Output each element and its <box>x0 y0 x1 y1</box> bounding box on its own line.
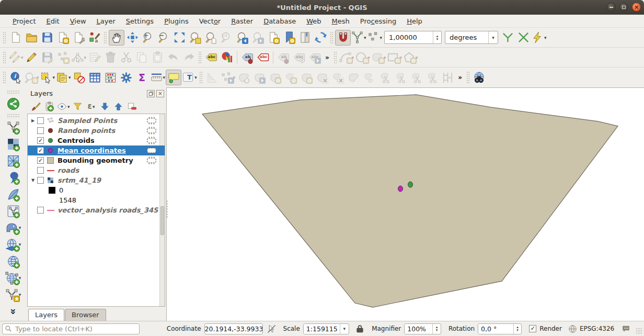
layer-bounding-geometry[interactable]: ✓Bounding geometry <box>28 155 165 165</box>
undo[interactable] <box>165 50 181 65</box>
self-snapping[interactable]: ▾ <box>367 30 383 46</box>
data-source-manager[interactable] <box>3 95 24 112</box>
toolbar-handle[interactable] <box>199 71 203 84</box>
layer-visibility-checkbox[interactable] <box>37 117 44 124</box>
move-label[interactable]: ab <box>275 50 291 65</box>
legend-srtm-min[interactable]: 0 <box>28 185 165 195</box>
menu-database[interactable]: Database <box>258 16 301 26</box>
add-part[interactable] <box>283 70 298 85</box>
crs-globe-icon[interactable] <box>568 324 577 333</box>
maximize-button[interactable] <box>619 3 628 12</box>
layer-centroids[interactable]: ✓Centroids <box>28 136 165 145</box>
cad-tools[interactable] <box>204 70 220 85</box>
map-tips[interactable] <box>166 70 181 85</box>
open-project[interactable] <box>24 30 39 46</box>
toolbar-more[interactable]: » <box>3 303 24 320</box>
layer-mean-coordinates[interactable]: ✓Mean coordinates <box>28 145 165 155</box>
layer-sampled-points[interactable]: ▶Sampled Points <box>28 116 165 126</box>
menu-settings[interactable]: Settings <box>121 16 159 26</box>
minimize-button[interactable] <box>607 3 616 12</box>
show-spatial-bookmarks[interactable] <box>297 30 313 46</box>
fill-ring[interactable] <box>298 70 314 85</box>
legend-srtm-max[interactable]: 1548 <box>28 195 165 205</box>
manage-map-themes[interactable]: ▾ <box>56 100 71 113</box>
tab-layers[interactable]: Layers <box>28 309 64 321</box>
add-point-feature[interactable] <box>55 50 71 65</box>
enable-tracing[interactable]: ▾ <box>531 30 547 46</box>
merge-features[interactable] <box>408 70 424 85</box>
merge-feature-attributes[interactable] <box>424 70 440 85</box>
add-virtual-layer[interactable] <box>3 203 24 219</box>
shape-digitizing-curve[interactable]: ▾ <box>339 50 355 65</box>
text-annotation-dropdown[interactable]: ▾ <box>194 75 197 80</box>
toolbar-handle[interactable] <box>3 31 6 44</box>
magnifier-input[interactable] <box>405 324 432 334</box>
layer-srtm-41-19[interactable]: ▼srtm_41_19 <box>28 175 165 185</box>
open-layer-styling-panel[interactable] <box>29 100 42 113</box>
layer-visibility-checkbox[interactable] <box>37 167 44 174</box>
resize-grip[interactable] <box>636 328 642 334</box>
trim-extend[interactable] <box>440 70 455 85</box>
delete-part[interactable] <box>330 70 346 85</box>
shape-digitizing-regular-polygon[interactable]: ▾ <box>402 50 419 65</box>
toolbar-handle[interactable] <box>466 71 470 84</box>
refresh-map[interactable] <box>313 30 328 46</box>
toolbar-handle[interactable] <box>7 90 19 94</box>
menu-processing[interactable]: Processing <box>355 16 401 26</box>
scale-combo[interactable]: ▾ <box>303 323 349 334</box>
copy-features[interactable] <box>134 50 150 65</box>
add-raster-layer[interactable] <box>3 136 24 152</box>
pan-to-selection[interactable] <box>124 30 140 46</box>
menu-plugins[interactable]: Plugins <box>159 16 194 26</box>
toolbar-handle[interactable] <box>330 31 334 44</box>
add-delimited-text-layer[interactable] <box>3 169 24 186</box>
enable-tracing-dropdown[interactable]: ▾ <box>544 35 547 40</box>
run-feature-action[interactable]: ▾ <box>24 70 40 85</box>
toolbar-handle[interactable] <box>198 51 202 64</box>
simplify-feature[interactable] <box>251 70 267 85</box>
open-attribute-table[interactable] <box>87 70 103 85</box>
panel-close-button[interactable]: × <box>156 90 164 97</box>
nominatim-place-search[interactable] <box>472 70 487 85</box>
shape-digitizing-circle[interactable]: ▾ <box>354 50 371 65</box>
toggle-editing[interactable] <box>24 50 40 65</box>
toolbar-handle[interactable] <box>334 51 337 64</box>
spin-down-icon[interactable]: ▾ <box>516 329 519 332</box>
select-features[interactable]: ▾ <box>40 70 56 85</box>
save-project[interactable] <box>39 30 55 46</box>
menu-web[interactable]: Web <box>301 16 326 26</box>
new-spatial-bookmark[interactable] <box>281 30 297 46</box>
add-wms-layer[interactable]: ▾ <box>3 236 24 253</box>
menu-edit[interactable]: Edit <box>41 16 65 26</box>
rotate-feature[interactable] <box>236 70 251 85</box>
menu-help[interactable]: Help <box>401 16 428 26</box>
vertex-tool[interactable]: ▾ <box>71 50 87 65</box>
cut-features[interactable] <box>118 50 134 65</box>
layer-visibility-checkbox[interactable] <box>37 127 44 134</box>
show-hide-labels[interactable]: abc <box>291 50 307 65</box>
text-annotation[interactable]: T▾ <box>181 70 198 85</box>
toolbar-handle[interactable] <box>3 51 6 64</box>
topological-editing[interactable] <box>500 30 515 46</box>
toolbar-handle[interactable] <box>104 31 107 44</box>
chevron-down-icon[interactable]: ▾ <box>340 324 349 334</box>
manage-map-themes-dropdown[interactable]: ▾ <box>67 104 70 109</box>
toolbar-overflow-button[interactable]: » <box>455 74 465 81</box>
zoom-full[interactable] <box>171 30 187 46</box>
snapping-on-intersection[interactable] <box>515 30 531 46</box>
coordinate-input[interactable] <box>204 323 263 334</box>
menu-raster[interactable]: Raster <box>226 16 258 26</box>
zoom-to-layer[interactable] <box>203 30 218 46</box>
zoom-in[interactable]: + <box>140 30 156 46</box>
close-button[interactable]: × <box>632 3 641 12</box>
redo[interactable] <box>181 50 197 65</box>
crs-status[interactable]: EPSG:4326 <box>580 325 614 332</box>
add-vector-tile-layer[interactable]: ▾ <box>3 286 24 303</box>
memory-layer-indicator-icon[interactable] <box>146 156 157 164</box>
new-print-layout[interactable] <box>55 30 71 46</box>
zoom-native-resolution[interactable]: 1:1 <box>218 30 234 46</box>
add-wcs-layer[interactable] <box>3 253 24 270</box>
snapping-mode-dropdown[interactable]: ▾ <box>364 35 366 40</box>
identify-features[interactable] <box>8 70 24 85</box>
rotation-spinbox[interactable]: ▴▾ <box>478 323 522 334</box>
